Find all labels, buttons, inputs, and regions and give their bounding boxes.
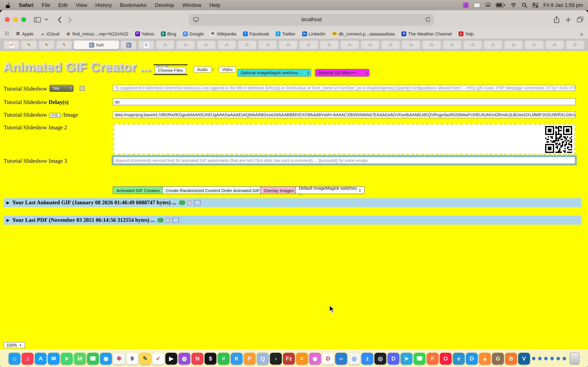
display-icon[interactable] (193, 17, 199, 23)
dock-chrome-icon[interactable]: ◎ (348, 352, 360, 364)
wifi-icon[interactable] (510, 3, 516, 7)
bookmark-item[interactable]: ☀The Weather Channel (402, 31, 452, 36)
menu-history[interactable]: History (91, 2, 116, 8)
dock-news-icon[interactable]: N (191, 352, 203, 364)
dock-edge-icon[interactable]: e (453, 352, 465, 364)
default-imagemagick-select[interactable]: Default ImageMagick switches ... ▲▼ (295, 186, 365, 194)
minimize-window-button[interactable] (13, 17, 18, 22)
menubar-extra-icon[interactable] (463, 2, 468, 8)
new-tab-icon[interactable] (566, 17, 571, 22)
image-data-input[interactable]: data:image/png;base64,iVBORw0KGgoAAAANSU… (113, 111, 576, 118)
tab-active[interactable]: Lhuh (73, 40, 119, 49)
dock-obs-icon[interactable]: ◎ (374, 352, 386, 364)
menu-window[interactable]: Window (178, 2, 205, 8)
dock-photos-icon[interactable]: ✽ (113, 352, 125, 364)
share-icon[interactable] (554, 16, 559, 23)
dock-facetime-icon[interactable]: ☎ (87, 352, 99, 364)
tab-cpanel[interactable]: cP (3, 40, 20, 49)
create-randomized-button[interactable]: Create Randomized Content Order Animated… (162, 186, 263, 194)
dock-messages-icon[interactable]: M (74, 352, 86, 364)
tab-favorite-18[interactable]: ☆ (504, 40, 523, 49)
tab-favorite-8[interactable]: ☆ (299, 40, 318, 49)
title-swatch[interactable] (80, 86, 85, 91)
tab-editor-3[interactable]: ✎ (56, 40, 72, 49)
dock-minimized-window[interactable] (544, 357, 548, 360)
menu-clock[interactable]: Fri 9 Jan 1:59 pm (543, 2, 583, 8)
audio-button[interactable]: Audio (194, 67, 211, 73)
screen-mirroring-icon[interactable] (485, 3, 490, 7)
zoom-window-button[interactable] (21, 17, 26, 22)
sidebar-toggle-icon[interactable] (34, 17, 41, 22)
dock-reminders-icon[interactable]: ✓ (152, 352, 164, 364)
bookmark-item[interactable]: ⌘Apple (16, 31, 34, 36)
tab-favorite-10[interactable]: ☆ (340, 40, 359, 49)
gif-badge-icon[interactable] (179, 201, 185, 205)
menu-bookmarks[interactable]: Bookmarks (116, 2, 151, 8)
dock-opera-icon[interactable]: O (440, 352, 452, 364)
gif-badge-icon[interactable] (158, 218, 163, 222)
bookmarks-grid-icon[interactable] (5, 31, 9, 36)
html-badge-icon[interactable] (172, 218, 179, 223)
bookmark-item[interactable]: ☁iCloud (40, 31, 59, 36)
tab-favorite-14[interactable]: ☆ (422, 40, 441, 49)
tab-favorite-20[interactable]: ☆ (545, 40, 564, 49)
bookmark-item[interactable]: yYelp (458, 31, 474, 36)
dock-tv-icon[interactable]: ▶ (165, 352, 177, 364)
tab-favorite-4[interactable]: ☆ (217, 40, 236, 49)
spotlight-icon[interactable] (522, 2, 527, 8)
tab-favorite-9[interactable]: ☆ (320, 40, 339, 49)
dock-preview-icon[interactable]: Q (257, 352, 269, 364)
dock-numbers-icon[interactable]: # (218, 352, 229, 364)
tab-favorite-11[interactable]: ☆ (361, 40, 380, 49)
overlay-images-button[interactable]: Overlay Images (260, 186, 297, 194)
menu-develop[interactable]: Develop (151, 2, 178, 8)
tab-favorite-19[interactable]: ☆ (525, 40, 544, 49)
menu-file[interactable]: File (38, 2, 54, 8)
tab-favorite-16[interactable]: ☆ (463, 40, 482, 49)
dock-notes-icon[interactable]: ✎ (139, 352, 151, 364)
doc-badge-icon[interactable] (188, 200, 191, 205)
dock-firefox-icon[interactable]: F (427, 352, 439, 364)
tab-favorite-17[interactable]: ☆ (484, 40, 503, 49)
dock-gimp-icon[interactable]: G (492, 352, 504, 364)
dock-vlc-icon[interactable]: ▲ (479, 352, 491, 364)
zoom-indicator[interactable]: 100% ▼ (4, 342, 25, 348)
tab-favorite-3[interactable]: ☆ (197, 40, 216, 49)
gd-filters-select[interactable]: Optional GD filters++ ... ▲▼ (315, 69, 370, 77)
battery-icon[interactable] (495, 3, 505, 7)
dock-minimized-window[interactable] (532, 357, 535, 360)
dock-minimized-window[interactable] (557, 357, 560, 360)
dock-vmware-icon[interactable]: V (518, 352, 530, 364)
bookmark-item[interactable]: WWikipedia (210, 31, 236, 36)
animated-gif-creation-button[interactable]: Animated GIF Creation (113, 186, 164, 194)
apple-menu[interactable] (5, 2, 15, 8)
html-badge-icon[interactable] (194, 200, 200, 205)
disclosure-triangle-icon[interactable]: ▶ (7, 201, 9, 205)
tab-editor-2[interactable]: ✎ (38, 40, 55, 49)
last-animated-gif-details[interactable]: ▶ Your Last Animated GIF (January 08 202… (4, 198, 581, 207)
title-config-input[interactable]: To supplement # delimited comments below… (113, 85, 576, 91)
dock-discord-icon[interactable]: D (388, 352, 399, 364)
close-window-button[interactable] (5, 17, 10, 22)
dock-calculator-icon[interactable]: = (296, 352, 308, 364)
dock-finder-icon[interactable]: ☺ (9, 352, 20, 364)
tab-favorite-5[interactable]: ☆ (238, 40, 257, 49)
tab-favorite-15[interactable]: ☆ (442, 40, 462, 49)
imagemagick-switches-select[interactable]: Optional ImageMagick switches ... ▲▼ (237, 69, 311, 77)
doc-badge-icon[interactable] (166, 218, 169, 222)
tab-favorite-7[interactable]: ☆ (278, 40, 298, 49)
tab-favorite-1[interactable]: ☆ (156, 40, 175, 49)
bookmark-item[interactable]: GGoogle (183, 31, 204, 36)
dock-keynote-icon[interactable]: K (231, 352, 242, 364)
title-select[interactable]: Title ▲▼ (49, 85, 73, 92)
dock-app-store-icon[interactable]: A (35, 352, 47, 364)
dock-dictionary-icon[interactable]: D (322, 352, 334, 364)
bookmark-item[interactable]: dbdb_connect.p...aaasaaafaas (332, 31, 395, 36)
tab-favorite-12[interactable]: ☆ (381, 40, 400, 49)
dock-filezilla-icon[interactable]: Fz (283, 352, 295, 364)
dock-safari-icon[interactable]: ◉ (100, 352, 112, 364)
bookmark-item[interactable]: ◉find_minus....rep+%22s%22 (66, 31, 129, 36)
dock-zoom-icon[interactable]: z (361, 352, 373, 364)
tab-favorite-21[interactable]: ☆ (566, 40, 585, 49)
menu-help[interactable]: Help (205, 2, 225, 8)
